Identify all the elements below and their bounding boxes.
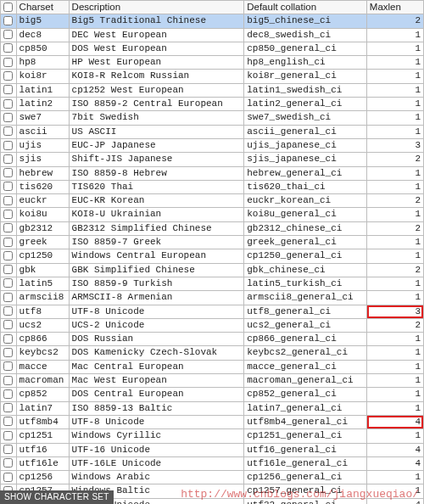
row-checkbox-cell[interactable] xyxy=(1,221,17,235)
row-checkbox-cell[interactable] xyxy=(1,305,17,318)
row-checkbox-cell[interactable] xyxy=(1,429,17,443)
table-row[interactable]: koi8rKOI8-R Relcom Russiankoi8r_general_… xyxy=(1,70,424,83)
row-checkbox[interactable] xyxy=(3,141,13,150)
row-checkbox-cell[interactable] xyxy=(1,42,17,55)
table-row[interactable]: cp866DOS Russiancp866_general_ci1 xyxy=(1,333,424,346)
row-checkbox-cell[interactable] xyxy=(1,14,17,28)
row-checkbox-cell[interactable] xyxy=(1,333,17,346)
row-checkbox[interactable] xyxy=(3,278,13,288)
table-row[interactable]: keybcs2DOS Kamenicky Czech-Slovakkeybcs2… xyxy=(1,346,424,360)
table-row[interactable]: macceMac Central Europeanmacce_general_c… xyxy=(1,360,424,373)
row-checkbox[interactable] xyxy=(3,43,13,53)
table-row[interactable]: latin5ISO 8859-9 Turkishlatin5_turkish_c… xyxy=(1,277,424,290)
table-row[interactable]: utf8UTF-8 Unicodeutf8_general_ci3 xyxy=(1,305,424,318)
row-checkbox[interactable] xyxy=(3,361,13,371)
table-row[interactable]: cp1256Windows Arabiccp1256_general_ci1 xyxy=(1,471,424,484)
table-row[interactable]: utf8mb4UTF-8 Unicodeutf8mb4_general_ci4 xyxy=(1,415,424,428)
row-checkbox[interactable] xyxy=(3,154,13,164)
table-row[interactable]: gb2312GB2312 Simplified Chinesegb2312_ch… xyxy=(1,221,424,235)
row-checkbox-cell[interactable] xyxy=(1,456,17,470)
row-checkbox-cell[interactable] xyxy=(1,83,17,97)
row-checkbox-cell[interactable] xyxy=(1,138,17,152)
table-row[interactable]: gbkGBK Simplified Chinesegbk_chinese_ci2 xyxy=(1,263,424,277)
row-checkbox-cell[interactable] xyxy=(1,194,17,208)
row-checkbox[interactable] xyxy=(3,376,13,385)
row-checkbox-cell[interactable] xyxy=(1,360,17,373)
row-checkbox[interactable] xyxy=(3,223,13,232)
table-row[interactable]: latin2ISO 8859-2 Central Europeanlatin2_… xyxy=(1,98,424,111)
row-checkbox-cell[interactable] xyxy=(1,153,17,166)
row-checkbox[interactable] xyxy=(3,293,13,302)
header-description[interactable]: Description xyxy=(69,1,244,14)
table-row[interactable]: macromanMac West Europeanmacroman_genera… xyxy=(1,374,424,388)
row-checkbox-cell[interactable] xyxy=(1,166,17,180)
row-checkbox-cell[interactable] xyxy=(1,111,17,125)
row-checkbox-cell[interactable] xyxy=(1,70,17,83)
row-checkbox[interactable] xyxy=(3,306,13,316)
row-checkbox-cell[interactable] xyxy=(1,56,17,70)
row-checkbox[interactable] xyxy=(3,320,13,329)
table-row[interactable]: armscii8ARMSCII-8 Armenianarmscii8_gener… xyxy=(1,291,424,305)
row-checkbox-cell[interactable] xyxy=(1,415,17,428)
row-checkbox[interactable] xyxy=(3,265,13,274)
header-checkbox-column[interactable] xyxy=(1,1,17,14)
row-checkbox-cell[interactable] xyxy=(1,98,17,111)
row-checkbox[interactable] xyxy=(3,196,13,205)
table-row[interactable]: utf16UTF-16 Unicodeutf16_general_ci4 xyxy=(1,443,424,456)
row-checkbox[interactable] xyxy=(3,473,13,482)
table-row[interactable]: cp850DOS West Europeancp850_general_ci1 xyxy=(1,42,424,55)
row-checkbox-cell[interactable] xyxy=(1,291,17,305)
table-row[interactable]: hp8HP West Europeanhp8_english_ci1 xyxy=(1,56,424,70)
table-row[interactable]: asciiUS ASCIIascii_general_ci1 xyxy=(1,125,424,138)
table-row[interactable]: ujisEUC-JP Japaneseujis_japanese_ci3 xyxy=(1,138,424,152)
table-row[interactable]: dec8DEC West Europeandec8_swedish_ci1 xyxy=(1,28,424,42)
select-all-checkbox[interactable] xyxy=(3,3,13,12)
header-maxlen[interactable]: Maxlen xyxy=(366,1,423,14)
table-row[interactable]: latin1cp1252 West Europeanlatin1_swedish… xyxy=(1,83,424,97)
row-checkbox[interactable] xyxy=(3,431,13,440)
table-row[interactable]: hebrewISO 8859-8 Hebrewhebrew_general_ci… xyxy=(1,166,424,180)
header-charset[interactable]: Charset xyxy=(16,1,69,14)
row-checkbox[interactable] xyxy=(3,99,13,109)
row-checkbox-cell[interactable] xyxy=(1,249,17,263)
row-checkbox-cell[interactable] xyxy=(1,374,17,388)
table-row[interactable]: euckrEUC-KR Koreaneuckr_korean_ci2 xyxy=(1,194,424,208)
table-row[interactable]: tis620TIS620 Thaitis620_thai_ci1 xyxy=(1,180,424,193)
row-checkbox[interactable] xyxy=(3,403,13,412)
row-checkbox-cell[interactable] xyxy=(1,443,17,456)
table-row[interactable]: swe77bit Swedishswe7_swedish_ci1 xyxy=(1,111,424,125)
row-checkbox[interactable] xyxy=(3,182,13,191)
row-checkbox-cell[interactable] xyxy=(1,236,17,249)
table-row[interactable]: cp1250Windows Central Europeancp1250_gen… xyxy=(1,249,424,263)
row-checkbox[interactable] xyxy=(3,16,13,25)
table-row[interactable]: sjisShift-JIS Japanesesjis_japanese_ci2 xyxy=(1,153,424,166)
row-checkbox-cell[interactable] xyxy=(1,388,17,401)
row-checkbox[interactable] xyxy=(3,458,13,468)
row-checkbox[interactable] xyxy=(3,238,13,247)
row-checkbox[interactable] xyxy=(3,348,13,357)
row-checkbox[interactable] xyxy=(3,389,13,399)
row-checkbox[interactable] xyxy=(3,168,13,177)
row-checkbox[interactable] xyxy=(3,334,13,344)
row-checkbox[interactable] xyxy=(3,71,13,81)
row-checkbox-cell[interactable] xyxy=(1,125,17,138)
row-checkbox-cell[interactable] xyxy=(1,180,17,193)
row-checkbox-cell[interactable] xyxy=(1,28,17,42)
row-checkbox-cell[interactable] xyxy=(1,346,17,360)
row-checkbox[interactable] xyxy=(3,126,13,136)
row-checkbox-cell[interactable] xyxy=(1,318,17,332)
table-row[interactable]: big5Big5 Traditional Chinesebig5_chinese… xyxy=(1,14,424,28)
row-checkbox-cell[interactable] xyxy=(1,208,17,221)
row-checkbox[interactable] xyxy=(3,30,13,39)
row-checkbox[interactable] xyxy=(3,58,13,67)
row-checkbox[interactable] xyxy=(3,445,13,454)
row-checkbox[interactable] xyxy=(3,417,13,426)
row-checkbox[interactable] xyxy=(3,251,13,260)
table-row[interactable]: ucs2UCS-2 Unicodeucs2_general_ci2 xyxy=(1,318,424,332)
row-checkbox[interactable] xyxy=(3,113,13,122)
table-row[interactable]: utf16leUTF-16LE Unicodeutf16le_general_c… xyxy=(1,456,424,470)
row-checkbox-cell[interactable] xyxy=(1,263,17,277)
row-checkbox[interactable] xyxy=(3,85,13,94)
table-row[interactable]: latin7ISO 8859-13 Balticlatin7_general_c… xyxy=(1,401,424,415)
row-checkbox-cell[interactable] xyxy=(1,277,17,290)
